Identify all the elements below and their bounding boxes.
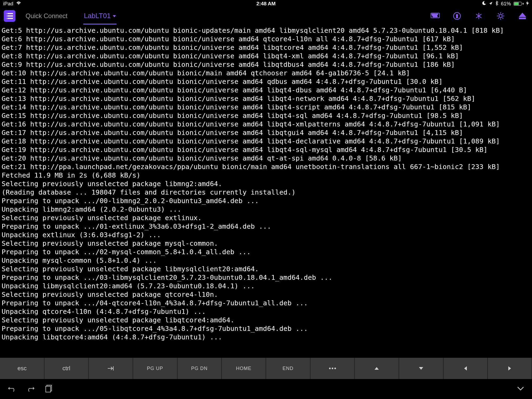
- svg-rect-28: [519, 18, 526, 19]
- svg-rect-11: [437, 14, 438, 15]
- svg-line-26: [502, 13, 504, 14]
- app-toolbar: Quick Connect LabLT01: [0, 7, 532, 24]
- terminal-line: Get:7 http://us.archive.ubuntu.com/ubunt…: [2, 43, 530, 52]
- terminal-line: Preparing to unpack .../02-mysql-common_…: [2, 248, 530, 256]
- terminal-line: Get:21 http://ppa.launchpad.net/gezakova…: [2, 162, 530, 171]
- terminal-line: Preparing to unpack .../00-libmng2_2.0.2…: [2, 196, 530, 205]
- clock: 2:48 AM: [256, 1, 276, 7]
- terminal-line: Selecting previously unselected package …: [2, 290, 530, 299]
- key-home[interactable]: HOME: [222, 358, 266, 379]
- svg-rect-15: [436, 15, 437, 16]
- svg-rect-9: [434, 14, 435, 15]
- keyboard-icon[interactable]: [429, 10, 441, 22]
- svg-line-24: [498, 13, 499, 14]
- terminal-line: Preparing to unpack .../03-libmysqlclien…: [2, 273, 530, 282]
- terminal-line: Get:10 http://us.archive.ubuntu.com/ubun…: [2, 69, 530, 77]
- terminal-line: Get:15 http://us.archive.ubuntu.com/ubun…: [2, 111, 530, 120]
- terminal-line: Selecting previously unselected package …: [2, 316, 530, 324]
- location-icon: [489, 1, 493, 7]
- key-end[interactable]: END: [266, 358, 310, 379]
- undo-icon[interactable]: [8, 385, 16, 393]
- key-right[interactable]: [488, 358, 532, 379]
- key-more[interactable]: [310, 358, 355, 379]
- svg-point-3: [6, 13, 7, 14]
- terminal-line: Selecting previously unselected package …: [2, 213, 530, 222]
- terminal-line: Get:6 http://us.archive.ubuntu.com/ubunt…: [2, 35, 530, 43]
- collapse-icon[interactable]: [517, 386, 524, 392]
- menu-button[interactable]: [4, 10, 15, 22]
- svg-point-31: [329, 368, 331, 369]
- terminal-line: Get:13 http://us.archive.ubuntu.com/ubun…: [2, 94, 530, 103]
- terminal-line: Preparing to unpack .../01-extlinux_3%3a…: [2, 222, 530, 231]
- svg-rect-16: [433, 17, 437, 17]
- terminal-line: Selecting previously unselected package …: [2, 239, 530, 248]
- wifi-icon: [16, 1, 21, 7]
- terminal-line: Get:16 http://us.archive.ubuntu.com/ubun…: [2, 120, 530, 128]
- tab-label: LabLT01: [84, 12, 111, 20]
- key-pgup[interactable]: PG UP: [133, 358, 177, 379]
- terminal-line: Unpacking qtcore4-l10n (4:4.8.7+dfsg-7ub…: [2, 307, 530, 316]
- key-left[interactable]: [443, 358, 488, 379]
- key-ctrl[interactable]: ctrl: [44, 358, 89, 379]
- ios-status-bar: iPad 2:48 AM 61%: [0, 0, 532, 7]
- terminal-line: Selecting previously unselected package …: [2, 265, 530, 273]
- battery-pct: 61%: [501, 1, 511, 7]
- extra-keys-row: esc ctrl PG UP PG DN HOME END: [0, 358, 532, 379]
- charging-icon: [526, 1, 529, 7]
- terminal-line: Preparing to unpack .../04-qtcore4-l10n_…: [2, 299, 530, 307]
- terminal-line: Get:9 http://us.archive.ubuntu.com/ubunt…: [2, 60, 530, 69]
- terminal-line: Get:8 http://us.archive.ubuntu.com/ubunt…: [2, 52, 530, 60]
- bottom-bar: [0, 379, 532, 399]
- svg-line-27: [498, 18, 499, 19]
- svg-point-32: [332, 368, 333, 369]
- lock-icon[interactable]: [451, 10, 463, 22]
- svg-point-19: [499, 14, 502, 18]
- svg-point-4: [6, 15, 7, 17]
- battery-icon: [514, 2, 523, 6]
- terminal-line: Get:14 http://us.archive.ubuntu.com/ubun…: [2, 103, 530, 111]
- svg-rect-12: [432, 15, 433, 16]
- key-down[interactable]: [399, 358, 443, 379]
- eject-icon[interactable]: [517, 10, 528, 22]
- key-esc[interactable]: esc: [0, 358, 44, 379]
- moon-icon: [482, 1, 486, 7]
- svg-rect-14: [435, 15, 436, 16]
- device-label: iPad: [3, 1, 13, 7]
- svg-rect-35: [46, 386, 51, 392]
- terminal-line: Get:20 http://us.archive.ubuntu.com/ubun…: [2, 154, 530, 162]
- terminal-line: Unpacking extlinux (3:6.03+dfsg1-2) ...: [2, 231, 530, 239]
- terminal-line: Get:17 http://us.archive.ubuntu.com/ubun…: [2, 128, 530, 137]
- svg-point-33: [334, 368, 336, 369]
- key-pgdn[interactable]: PG DN: [177, 358, 222, 379]
- clipboard-icon[interactable]: [45, 385, 52, 394]
- bluetooth-icon: [495, 1, 498, 7]
- svg-point-5: [6, 18, 7, 19]
- star-icon[interactable]: [473, 10, 485, 22]
- terminal-line: Get:11 http://us.archive.ubuntu.com/ubun…: [2, 77, 530, 86]
- terminal-line: Unpacking libmysqlclient20:amd64 (5.7.23…: [2, 282, 530, 290]
- svg-rect-7: [432, 14, 433, 15]
- terminal-line: Get:5 http://us.archive.ubuntu.com/ubunt…: [2, 26, 530, 35]
- terminal-line: Unpacking mysql-common (5.8+1.0.4) ...: [2, 256, 530, 265]
- terminal-line: Preparing to unpack .../05-libqtcore4_4%…: [2, 324, 530, 333]
- chevron-down-icon: [113, 15, 116, 17]
- svg-rect-13: [434, 15, 434, 16]
- key-up[interactable]: [355, 358, 399, 379]
- gear-icon[interactable]: [495, 10, 506, 22]
- terminal-line: Get:19 http://us.archive.ubuntu.com/ubun…: [2, 145, 530, 154]
- redo-icon[interactable]: [27, 385, 35, 393]
- key-tab[interactable]: [89, 358, 133, 379]
- terminal-line: Fetched 11.9 MB in 2s (6,688 kB/s): [2, 171, 530, 179]
- svg-rect-10: [436, 14, 437, 15]
- terminal-line: Unpacking libqtcore4:amd64 (4:4.8.7+dfsg…: [2, 333, 530, 341]
- terminal-line: Get:18 http://us.archive.ubuntu.com/ubun…: [2, 137, 530, 145]
- terminal-output[interactable]: Get:5 http://us.archive.ubuntu.com/ubunt…: [0, 24, 532, 341]
- terminal-line: Selecting previously unselected package …: [2, 179, 530, 188]
- terminal-line: Get:12 http://us.archive.ubuntu.com/ubun…: [2, 86, 530, 94]
- svg-rect-8: [433, 14, 434, 15]
- quick-connect-button[interactable]: Quick Connect: [26, 12, 67, 20]
- svg-line-25: [502, 18, 504, 19]
- tab-connection[interactable]: LabLT01: [83, 10, 117, 24]
- terminal-line: Unpacking libmng2:amd64 (2.0.2-0ubuntu3)…: [2, 205, 530, 213]
- terminal-line: (Reading database ... 198047 files and d…: [2, 188, 530, 196]
